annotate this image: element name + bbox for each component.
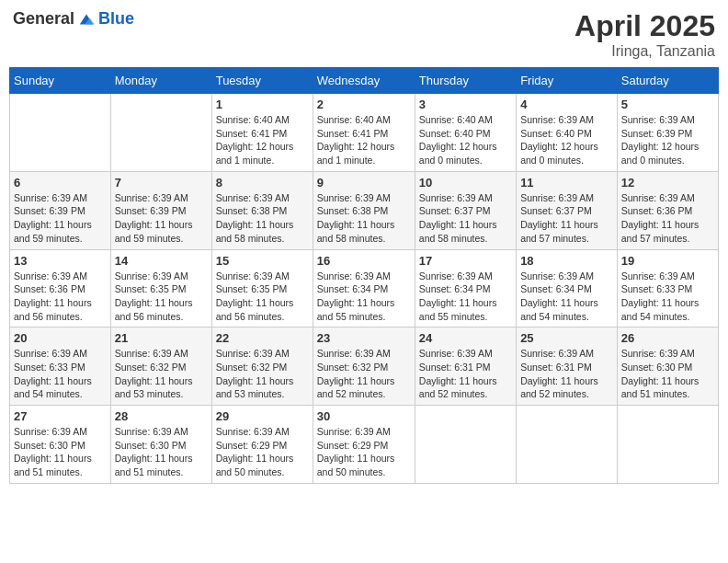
page-header: General Blue April 2025 Iringa, Tanzania xyxy=(9,9,719,60)
day-info: Sunrise: 6:40 AMSunset: 6:40 PMDaylight:… xyxy=(419,113,512,167)
day-number: 8 xyxy=(216,176,309,190)
day-cell: 17Sunrise: 6:39 AMSunset: 6:34 PMDayligh… xyxy=(415,249,516,327)
day-info: Sunrise: 6:39 AMSunset: 6:38 PMDaylight:… xyxy=(216,191,309,246)
day-cell: 10Sunrise: 6:39 AMSunset: 6:37 PMDayligh… xyxy=(415,171,516,249)
day-number: 21 xyxy=(115,331,208,345)
day-number: 17 xyxy=(419,254,512,268)
day-info: Sunrise: 6:39 AMSunset: 6:31 PMDaylight:… xyxy=(520,347,613,401)
day-info: Sunrise: 6:39 AMSunset: 6:39 PMDaylight:… xyxy=(621,113,714,167)
day-number: 27 xyxy=(14,409,107,423)
day-cell: 22Sunrise: 6:39 AMSunset: 6:32 PMDayligh… xyxy=(211,327,313,406)
day-number: 26 xyxy=(621,331,714,345)
header-cell-tuesday: Tuesday xyxy=(211,68,313,94)
day-cell: 15Sunrise: 6:39 AMSunset: 6:35 PMDayligh… xyxy=(211,249,313,327)
day-number: 6 xyxy=(14,176,107,190)
day-cell: 19Sunrise: 6:39 AMSunset: 6:33 PMDayligh… xyxy=(617,249,718,327)
day-info: Sunrise: 6:39 AMSunset: 6:39 PMDaylight:… xyxy=(14,191,107,246)
week-row-2: 6Sunrise: 6:39 AMSunset: 6:39 PMDaylight… xyxy=(10,171,719,249)
day-info: Sunrise: 6:39 AMSunset: 6:31 PMDaylight:… xyxy=(419,347,512,401)
day-cell: 29Sunrise: 6:39 AMSunset: 6:29 PMDayligh… xyxy=(211,406,313,484)
header-row: SundayMondayTuesdayWednesdayThursdayFrid… xyxy=(10,68,719,94)
day-info: Sunrise: 6:39 AMSunset: 6:32 PMDaylight:… xyxy=(115,347,208,401)
page-subtitle: Iringa, Tanzania xyxy=(574,43,715,60)
logo: General Blue xyxy=(13,9,134,29)
day-cell: 20Sunrise: 6:39 AMSunset: 6:33 PMDayligh… xyxy=(10,327,111,406)
day-info: Sunrise: 6:39 AMSunset: 6:32 PMDaylight:… xyxy=(317,347,411,401)
day-cell: 26Sunrise: 6:39 AMSunset: 6:30 PMDayligh… xyxy=(617,327,718,406)
day-number: 18 xyxy=(520,254,613,268)
day-info: Sunrise: 6:39 AMSunset: 6:35 PMDaylight:… xyxy=(216,270,309,324)
header-cell-wednesday: Wednesday xyxy=(313,68,415,94)
day-number: 3 xyxy=(419,98,512,111)
day-number: 7 xyxy=(115,176,208,190)
day-number: 13 xyxy=(14,254,107,268)
day-number: 22 xyxy=(216,331,309,345)
header-cell-sunday: Sunday xyxy=(10,68,111,94)
day-cell: 16Sunrise: 6:39 AMSunset: 6:34 PMDayligh… xyxy=(313,249,415,327)
day-info: Sunrise: 6:39 AMSunset: 6:40 PMDaylight:… xyxy=(520,113,613,167)
week-row-1: 1Sunrise: 6:40 AMSunset: 6:41 PMDaylight… xyxy=(10,94,719,172)
header-cell-thursday: Thursday xyxy=(415,68,516,94)
week-row-5: 27Sunrise: 6:39 AMSunset: 6:30 PMDayligh… xyxy=(10,406,719,484)
page-title: April 2025 xyxy=(574,9,715,43)
day-info: Sunrise: 6:39 AMSunset: 6:39 PMDaylight:… xyxy=(115,191,208,246)
day-number: 2 xyxy=(317,98,411,111)
day-number: 9 xyxy=(317,176,411,190)
day-number: 1 xyxy=(216,98,309,111)
day-number: 24 xyxy=(419,331,512,345)
day-number: 4 xyxy=(520,98,613,111)
logo-general: General xyxy=(13,9,74,29)
day-cell: 4Sunrise: 6:39 AMSunset: 6:40 PMDaylight… xyxy=(517,94,618,172)
day-number: 30 xyxy=(317,409,411,423)
day-cell: 23Sunrise: 6:39 AMSunset: 6:32 PMDayligh… xyxy=(313,327,415,406)
day-cell: 12Sunrise: 6:39 AMSunset: 6:36 PMDayligh… xyxy=(617,171,718,249)
day-cell: 28Sunrise: 6:39 AMSunset: 6:30 PMDayligh… xyxy=(110,406,211,484)
day-number: 12 xyxy=(621,176,714,190)
day-number: 20 xyxy=(14,331,107,345)
day-cell: 27Sunrise: 6:39 AMSunset: 6:30 PMDayligh… xyxy=(10,406,111,484)
week-row-4: 20Sunrise: 6:39 AMSunset: 6:33 PMDayligh… xyxy=(10,327,719,406)
day-info: Sunrise: 6:39 AMSunset: 6:30 PMDaylight:… xyxy=(621,347,714,401)
day-cell: 13Sunrise: 6:39 AMSunset: 6:36 PMDayligh… xyxy=(10,249,111,327)
day-info: Sunrise: 6:39 AMSunset: 6:34 PMDaylight:… xyxy=(520,270,613,324)
logo-blue: Blue xyxy=(98,9,134,29)
day-info: Sunrise: 6:39 AMSunset: 6:35 PMDaylight:… xyxy=(115,270,208,324)
day-number: 10 xyxy=(419,176,512,190)
week-row-3: 13Sunrise: 6:39 AMSunset: 6:36 PMDayligh… xyxy=(10,249,719,327)
day-info: Sunrise: 6:39 AMSunset: 6:36 PMDaylight:… xyxy=(14,270,107,324)
calendar-table: SundayMondayTuesdayWednesdayThursdayFrid… xyxy=(9,67,719,484)
day-info: Sunrise: 6:39 AMSunset: 6:38 PMDaylight:… xyxy=(317,191,411,246)
day-info: Sunrise: 6:39 AMSunset: 6:32 PMDaylight:… xyxy=(216,347,309,401)
day-info: Sunrise: 6:40 AMSunset: 6:41 PMDaylight:… xyxy=(216,113,309,167)
logo-icon xyxy=(78,11,95,28)
day-info: Sunrise: 6:39 AMSunset: 6:29 PMDaylight:… xyxy=(317,425,411,479)
day-info: Sunrise: 6:39 AMSunset: 6:30 PMDaylight:… xyxy=(115,425,208,479)
day-cell: 8Sunrise: 6:39 AMSunset: 6:38 PMDaylight… xyxy=(211,171,313,249)
day-number: 23 xyxy=(317,331,411,345)
day-number: 5 xyxy=(621,98,714,111)
header-cell-friday: Friday xyxy=(517,68,618,94)
day-cell xyxy=(617,406,718,484)
day-number: 16 xyxy=(317,254,411,268)
day-cell: 30Sunrise: 6:39 AMSunset: 6:29 PMDayligh… xyxy=(313,406,415,484)
day-number: 19 xyxy=(621,254,714,268)
day-cell: 9Sunrise: 6:39 AMSunset: 6:38 PMDaylight… xyxy=(313,171,415,249)
day-info: Sunrise: 6:39 AMSunset: 6:36 PMDaylight:… xyxy=(621,191,714,246)
day-info: Sunrise: 6:39 AMSunset: 6:30 PMDaylight:… xyxy=(14,425,107,479)
day-number: 29 xyxy=(216,409,309,423)
day-info: Sunrise: 6:39 AMSunset: 6:34 PMDaylight:… xyxy=(317,270,411,324)
header-cell-saturday: Saturday xyxy=(617,68,718,94)
day-cell: 3Sunrise: 6:40 AMSunset: 6:40 PMDaylight… xyxy=(415,94,516,172)
day-info: Sunrise: 6:40 AMSunset: 6:41 PMDaylight:… xyxy=(317,113,411,167)
day-cell: 7Sunrise: 6:39 AMSunset: 6:39 PMDaylight… xyxy=(110,171,211,249)
day-cell: 14Sunrise: 6:39 AMSunset: 6:35 PMDayligh… xyxy=(110,249,211,327)
day-number: 15 xyxy=(216,254,309,268)
day-cell: 24Sunrise: 6:39 AMSunset: 6:31 PMDayligh… xyxy=(415,327,516,406)
day-info: Sunrise: 6:39 AMSunset: 6:33 PMDaylight:… xyxy=(621,270,714,324)
day-cell: 6Sunrise: 6:39 AMSunset: 6:39 PMDaylight… xyxy=(10,171,111,249)
day-cell: 5Sunrise: 6:39 AMSunset: 6:39 PMDaylight… xyxy=(617,94,718,172)
day-cell xyxy=(415,406,516,484)
day-cell xyxy=(517,406,618,484)
day-info: Sunrise: 6:39 AMSunset: 6:29 PMDaylight:… xyxy=(216,425,309,479)
day-cell xyxy=(110,94,211,172)
